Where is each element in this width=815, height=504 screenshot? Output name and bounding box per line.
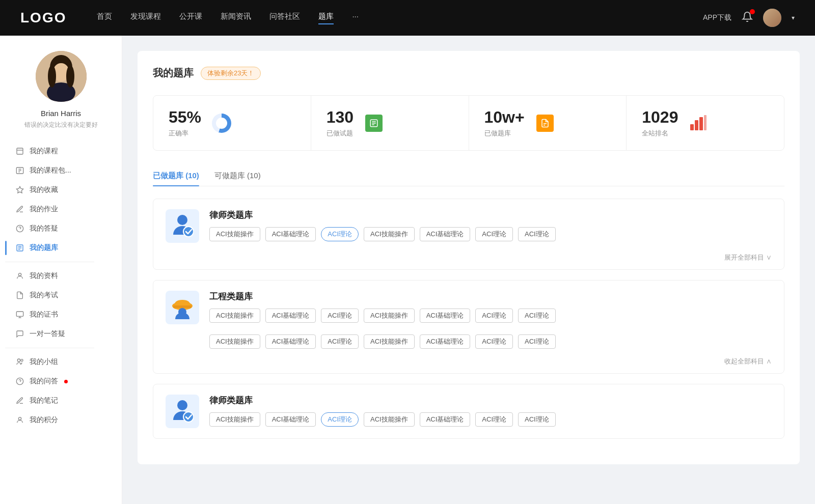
bank1-tag-5[interactable]: ACI理论 — [475, 227, 513, 241]
sidebar-item-notes[interactable]: 我的笔记 — [5, 391, 117, 410]
stat-done-banks: 10w+ 已做题库 — [469, 96, 627, 150]
app-download-link[interactable]: APP下载 — [703, 13, 731, 22]
user-avatar[interactable] — [763, 9, 781, 27]
sidebar-item-my-questions[interactable]: 我的问答 — [5, 372, 117, 391]
svg-rect-36 — [699, 117, 703, 130]
accuracy-icon — [211, 113, 232, 133]
done-questions-icon — [364, 113, 384, 133]
stat-done-text: 130 已做试题 — [327, 108, 354, 138]
nav-menu: 首页 发现课程 公开课 新闻资讯 问答社区 题库 ··· — [97, 12, 703, 24]
sidebar-item-favorites[interactable]: 我的收藏 — [5, 180, 117, 200]
bar-chart-icon — [690, 115, 707, 132]
nav-home[interactable]: 首页 — [97, 12, 112, 24]
sidebar-item-question-bank[interactable]: 我的题库 — [5, 238, 117, 258]
bank3-tag-6[interactable]: ACI理论 — [518, 412, 556, 427]
bank2-r2-tag-1[interactable]: ACI基础理论 — [265, 334, 316, 349]
bank2-r2-tag-4[interactable]: ACI基础理论 — [420, 334, 471, 349]
profile-icon — [15, 271, 24, 281]
bank1-tag-0[interactable]: ACI技能操作 — [209, 227, 260, 241]
bank2-r1-tag-0[interactable]: ACI技能操作 — [209, 309, 260, 323]
bank1-tag-3[interactable]: ACI技能操作 — [364, 227, 415, 241]
bank2-r1-tag-2[interactable]: ACI理论 — [321, 309, 359, 323]
my-questions-icon — [15, 377, 24, 386]
stat-done-label: 已做试题 — [327, 129, 354, 138]
bank2-collapse[interactable]: 收起全部科目 ∧ — [153, 357, 784, 373]
notification-bell[interactable] — [742, 11, 753, 24]
bank2-r2-tag-3[interactable]: ACI技能操作 — [364, 334, 415, 349]
sidebar-item-groups[interactable]: 我的小组 — [5, 352, 117, 372]
tab-done-banks[interactable]: 已做题库 (10) — [153, 166, 199, 186]
bank2-r1-tag-5[interactable]: ACI理论 — [475, 309, 513, 323]
bank1-tag-6[interactable]: ACI理论 — [518, 227, 556, 241]
bank-tags-3: ACI技能操作 ACI基础理论 ACI理论 ACI技能操作 ACI基础理论 AC… — [209, 412, 556, 427]
bank-name-3: 律师类题库 — [209, 395, 556, 406]
sidebar-username: Brian Harris — [41, 109, 81, 118]
bank2-r2-tag-6[interactable]: ACI理论 — [518, 334, 556, 349]
svg-rect-35 — [695, 120, 698, 130]
bank2-r2-tag-5[interactable]: ACI理论 — [475, 334, 513, 349]
nav-question-bank[interactable]: 题库 — [318, 12, 334, 24]
lawyer-icon-svg — [171, 213, 194, 239]
groups-icon — [15, 357, 24, 367]
sidebar-one-to-one-label: 一对一答疑 — [30, 329, 65, 339]
stat-done-questions: 130 已做试题 — [311, 96, 469, 150]
bank-section-lawyer-1: 律师类题库 ACI技能操作 ACI基础理论 ACI理论 ACI技能操作 ACI基… — [153, 199, 784, 270]
nav-news[interactable]: 新闻资讯 — [221, 12, 251, 24]
stat-accuracy-text: 55% 正确率 — [169, 108, 201, 138]
bank2-r1-tag-6[interactable]: ACI理论 — [518, 309, 556, 323]
stats-row: 55% 正确率 130 已做试题 — [153, 95, 784, 151]
svg-rect-20 — [16, 312, 23, 316]
logo: LOGO — [20, 10, 66, 26]
sidebar-item-homework[interactable]: 我的作业 — [5, 200, 117, 219]
courses-icon — [15, 147, 24, 156]
sidebar-favorites-label: 我的收藏 — [30, 185, 58, 194]
bank3-tag-4[interactable]: ACI基础理论 — [420, 412, 471, 427]
bank3-tag-1[interactable]: ACI基础理论 — [265, 412, 316, 427]
bank1-tag-1[interactable]: ACI基础理论 — [265, 227, 316, 241]
bank2-r2-tag-2[interactable]: ACI理论 — [321, 334, 359, 349]
bank1-tag-4[interactable]: ACI基础理论 — [420, 227, 471, 241]
sidebar-item-packages[interactable]: 我的课程包... — [5, 161, 117, 180]
sidebar-item-courses[interactable]: 我的课程 — [5, 142, 117, 161]
sidebar-item-certificate[interactable]: 我的证书 — [5, 305, 117, 324]
bank-info-2: 工程类题库 ACI技能操作 ACI基础理论 ACI理论 ACI技能操作 ACI基… — [209, 291, 556, 323]
bank3-tag-0[interactable]: ACI技能操作 — [209, 412, 260, 427]
bank-info-1: 律师类题库 ACI技能操作 ACI基础理论 ACI理论 ACI技能操作 ACI基… — [209, 209, 556, 241]
bank1-expand[interactable]: 展开全部科目 ∨ — [153, 253, 784, 269]
bank2-r1-tag-1[interactable]: ACI基础理论 — [265, 309, 316, 323]
exam-icon — [536, 115, 554, 132]
bank2-r1-tag-4[interactable]: ACI基础理论 — [420, 309, 471, 323]
bank3-tag-5[interactable]: ACI理论 — [475, 412, 513, 427]
bank-header-2: 工程类题库 ACI技能操作 ACI基础理论 ACI理论 ACI技能操作 ACI基… — [153, 281, 784, 334]
favorites-icon — [15, 185, 24, 194]
user-dropdown-arrow[interactable]: ▾ — [792, 14, 795, 21]
bank-tags-2-row1: ACI技能操作 ACI基础理论 ACI理论 ACI技能操作 ACI基础理论 AC… — [209, 309, 556, 323]
bank-tags-2-row2: ACI技能操作 ACI基础理论 ACI理论 ACI技能操作 ACI基础理论 AC… — [153, 334, 784, 357]
question-bank-icon — [15, 243, 24, 253]
exams-icon — [15, 291, 24, 300]
svg-point-24 — [21, 359, 23, 361]
sidebar-item-qa[interactable]: 我的答疑 — [5, 219, 117, 238]
tab-available-banks[interactable]: 可做题库 (10) — [214, 166, 261, 186]
stat-accuracy-label: 正确率 — [169, 129, 201, 138]
page-header: 我的题库 体验剩余23天！ — [153, 66, 784, 80]
points-icon — [15, 415, 24, 425]
svg-rect-34 — [690, 124, 694, 130]
stat-ranking-number: 1029 — [642, 108, 678, 127]
bank3-tag-3[interactable]: ACI技能操作 — [364, 412, 415, 427]
bank2-r1-tag-3[interactable]: ACI技能操作 — [364, 309, 415, 323]
sidebar-item-profile[interactable]: 我的资料 — [5, 266, 117, 286]
stat-banks-label: 已做题库 — [484, 129, 525, 138]
nav-qa[interactable]: 问答社区 — [269, 12, 300, 24]
bank2-r2-tag-0[interactable]: ACI技能操作 — [209, 334, 260, 349]
bank3-tag-2[interactable]: ACI理论 — [321, 412, 359, 427]
nav-more[interactable]: ··· — [352, 12, 359, 24]
stat-accuracy: 55% 正确率 — [153, 96, 311, 150]
sidebar-avatar — [36, 51, 87, 102]
sidebar-item-exams[interactable]: 我的考试 — [5, 286, 117, 305]
bank1-tag-2[interactable]: ACI理论 — [321, 227, 359, 241]
sidebar-item-one-to-one[interactable]: 一对一答疑 — [5, 324, 117, 344]
nav-discover[interactable]: 发现课程 — [130, 12, 161, 24]
nav-open-course[interactable]: 公开课 — [179, 12, 202, 24]
sidebar-item-points[interactable]: 我的积分 — [5, 410, 117, 430]
